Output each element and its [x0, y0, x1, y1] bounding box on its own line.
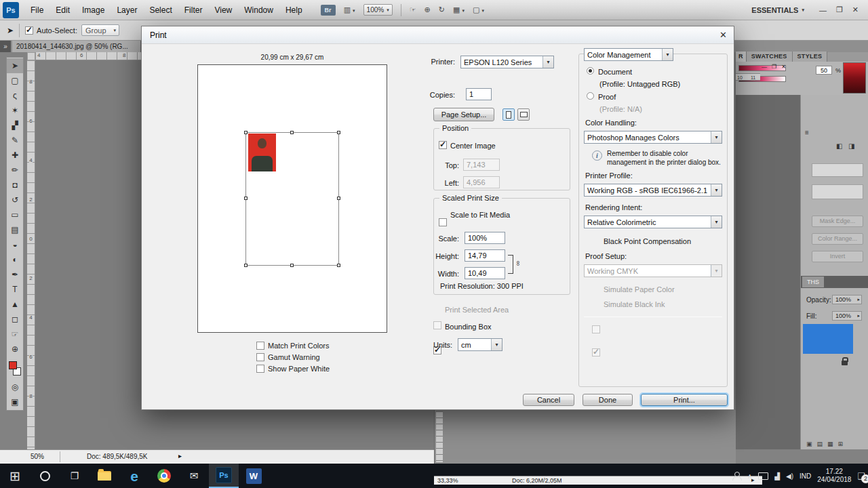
word-taskbar-button[interactable]: W: [239, 464, 269, 488]
print-button[interactable]: Print...: [641, 394, 728, 406]
menu-item-select[interactable]: Select: [143, 0, 178, 20]
resize-handle[interactable]: [290, 131, 294, 134]
tab-styles[interactable]: STYLES: [793, 52, 828, 62]
start-button[interactable]: ⊞: [0, 464, 30, 488]
link-layers-icon[interactable]: ▣: [806, 441, 812, 447]
adjustment-icon[interactable]: ◧: [836, 142, 842, 150]
copies-input[interactable]: 1: [466, 88, 492, 100]
rendering-intent-select[interactable]: Relative Colorimetric ▾: [584, 216, 722, 228]
volume-icon[interactable]: ◀): [786, 472, 793, 480]
hidden-icons-chevron[interactable]: ∧: [747, 472, 752, 480]
page-setup-button[interactable]: Page Setup...: [433, 108, 494, 121]
hand-tool[interactable]: ☞: [7, 327, 23, 342]
search-button[interactable]: [30, 464, 60, 488]
bridge-button[interactable]: Br: [321, 5, 336, 16]
close-button[interactable]: ✕: [852, 5, 859, 14]
proof-radio[interactable]: [587, 92, 594, 100]
done-button[interactable]: Done: [583, 394, 633, 406]
masks-density-slider[interactable]: [812, 163, 863, 177]
color-handling-select[interactable]: Photoshop Manages Colors ▾: [584, 131, 722, 144]
restore-icon[interactable]: ❐: [772, 64, 776, 70]
resize-handle[interactable]: [337, 131, 340, 134]
language-indicator[interactable]: IND: [800, 472, 811, 480]
selected-layer-row[interactable]: [803, 324, 853, 354]
print-bounding-box[interactable]: [245, 132, 339, 266]
menu-item-help[interactable]: Help: [279, 0, 309, 20]
panel-mode-select[interactable]: Color Management ▾: [584, 48, 673, 61]
clone-stamp-tool[interactable]: ◘: [7, 178, 23, 192]
brush-tool[interactable]: ✏: [7, 163, 23, 178]
mini-bridge-icon[interactable]: ▥ ▾: [344, 5, 355, 14]
people-icon[interactable]: [732, 472, 741, 481]
move-tool[interactable]: ➤: [7, 58, 23, 73]
zoom-toolbar-icon[interactable]: ⊕: [425, 5, 431, 14]
workspace-switcher[interactable]: ESSENTIALS ▾: [751, 6, 804, 14]
menu-item-filter[interactable]: Filter: [178, 0, 209, 20]
photoshop-taskbar-button[interactable]: Ps: [209, 464, 239, 488]
panel-menu-icon[interactable]: ≡: [805, 129, 809, 136]
zoom-percentage[interactable]: 50%: [31, 453, 44, 460]
gamut-warning-checkbox[interactable]: [256, 353, 264, 361]
crop-tool[interactable]: ▞: [7, 118, 23, 133]
eraser-tool[interactable]: ▭: [7, 207, 23, 222]
new-layer-icon[interactable]: ▦: [827, 441, 833, 447]
auto-select-checkbox[interactable]: [25, 26, 33, 35]
resize-handle[interactable]: [244, 131, 248, 134]
arrange-documents-icon[interactable]: ▦ ▾: [453, 5, 465, 14]
eyedropper-tool[interactable]: ✎: [7, 133, 23, 148]
quick-selection-tool[interactable]: ✶: [7, 103, 23, 118]
foreground-color-swatch[interactable]: [9, 361, 17, 369]
edge-button[interactable]: e: [119, 464, 149, 488]
clock[interactable]: 17.22 24/04/2018: [817, 468, 851, 485]
printer-profile-select[interactable]: Working RGB - sRGB IEC61966-2.1 ▾: [584, 184, 722, 197]
center-image-checkbox[interactable]: [439, 141, 447, 149]
path-selection-tool[interactable]: ▲: [7, 297, 23, 312]
resize-handle[interactable]: [337, 197, 340, 200]
blur-tool[interactable]: ◒: [7, 237, 23, 252]
color-value-input[interactable]: 50: [816, 66, 832, 75]
delete-layer-icon[interactable]: ⊞: [838, 441, 844, 447]
gradient-tool[interactable]: ▤: [7, 222, 23, 237]
orientation-portrait-button[interactable]: [502, 108, 515, 121]
units-select[interactable]: cm ▾: [458, 338, 502, 351]
dialog-titlebar[interactable]: Print ✕: [142, 26, 734, 44]
action-center-icon[interactable]: ❑2: [857, 471, 865, 481]
lasso-tool[interactable]: ς: [7, 88, 23, 103]
printer-select[interactable]: EPSON L120 Series ▾: [460, 56, 554, 68]
show-paper-white-checkbox[interactable]: [256, 365, 264, 373]
display-icon[interactable]: [758, 472, 768, 480]
zoom-tool[interactable]: ⊕: [7, 342, 23, 357]
network-icon[interactable]: ▟: [774, 472, 780, 480]
menu-item-image[interactable]: Image: [76, 0, 111, 20]
dodge-tool[interactable]: ◐: [7, 252, 23, 267]
spot-healing-brush-tool[interactable]: ✚: [7, 148, 23, 163]
menu-item-view[interactable]: View: [208, 0, 238, 20]
close-icon[interactable]: ✕: [781, 64, 786, 70]
auto-select-target-dropdown[interactable]: Group ▾: [81, 24, 119, 36]
resize-handle[interactable]: [244, 197, 248, 200]
quick-mask-icon[interactable]: ◎: [7, 380, 23, 394]
orientation-landscape-button[interactable]: [517, 108, 530, 121]
type-tool[interactable]: T: [7, 282, 23, 297]
opacity-control[interactable]: 100% ▸: [832, 295, 862, 304]
fill-control[interactable]: 100% ▸: [832, 311, 862, 321]
history-brush-tool[interactable]: ↺: [7, 192, 23, 207]
rectangular-marquee-tool[interactable]: ▢: [7, 73, 23, 88]
tab-paths[interactable]: THS: [802, 277, 824, 287]
hand-toolbar-icon[interactable]: ☞: [410, 5, 416, 14]
dialog-close-icon[interactable]: ✕: [719, 30, 727, 40]
restore-button[interactable]: ❐: [836, 5, 843, 14]
zoom-level-dropdown[interactable]: 100% ▾: [363, 4, 393, 16]
screen-mode-icon[interactable]: ▢ ▾: [473, 5, 484, 14]
lock-icon[interactable]: [842, 361, 848, 365]
width-input[interactable]: 10,49: [465, 267, 505, 279]
resize-handle[interactable]: [290, 264, 294, 267]
document-radio[interactable]: [587, 67, 594, 75]
document-tab[interactable]: 20180414_144630.jpg @ 50% (RG...: [12, 41, 141, 52]
zoom-percentage[interactable]: 33,33%: [437, 477, 458, 484]
color-swatches[interactable]: [7, 359, 23, 380]
file-explorer-button[interactable]: [90, 464, 119, 488]
menu-item-window[interactable]: Window: [238, 0, 279, 20]
rotate-view-icon[interactable]: ↻: [439, 5, 445, 14]
adjustment-icon[interactable]: ◨: [848, 142, 854, 150]
